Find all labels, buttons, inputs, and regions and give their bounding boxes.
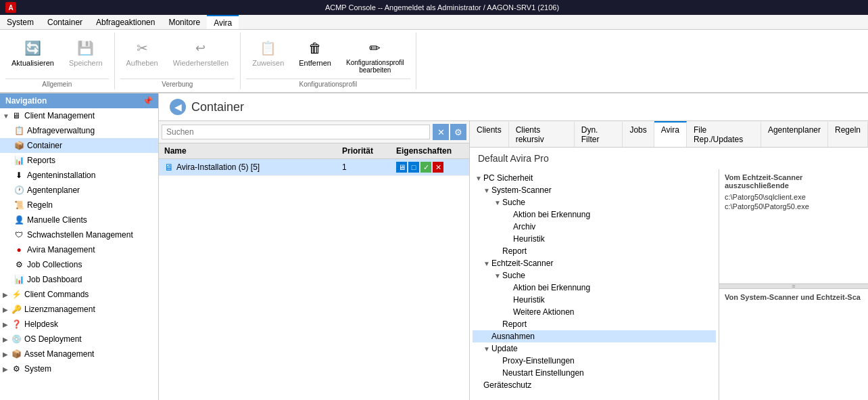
zuweisen-button[interactable]: 📋 Zuweisen — [246, 34, 290, 70]
tree-item-suche-2[interactable]: ▼ Suche — [473, 269, 716, 282]
col-header-priority[interactable]: Priorität — [342, 146, 396, 156]
search-bar: ✕ ⚙ — [159, 121, 469, 143]
aufheben-button[interactable]: ✂ Aufheben — [120, 34, 164, 70]
sidebar-item-asset-management[interactable]: ▶ 📦 Asset Management — [0, 347, 158, 361]
sidebar-item-job-collections[interactable]: ⚙ Job Collections — [0, 257, 158, 272]
col-header-props[interactable]: Eigenschaften — [396, 146, 464, 156]
sidebar-item-agentenplaner[interactable]: 🕐 Agentenplaner — [0, 183, 158, 198]
sidebar-item-client-commands[interactable]: ▶ ⚡ Client Commands — [0, 287, 158, 302]
nav-header: Navigation 📌 — [0, 93, 158, 108]
sidebar-item-os-deployment[interactable]: ▶ 💿 OS Deployment — [0, 332, 158, 347]
content-title: Container — [191, 100, 244, 114]
content-area: ◀ Container ✕ ⚙ Name Priorität Eigenscha… — [159, 93, 868, 400]
tab-clients-rekursiv[interactable]: Clients rekursiv — [509, 121, 575, 147]
menu-abfrageaktionen[interactable]: Abfrageaktionen — [89, 15, 162, 29]
sidebar-item-schwachstellen-management[interactable]: 🛡 Schwachstellen Management — [0, 227, 158, 242]
content-panels: ✕ ⚙ Name Priorität Eigenschaften 🖥 Avira… — [159, 121, 868, 400]
menu-container[interactable]: Container — [41, 15, 89, 29]
aktualisieren-button[interactable]: 🔄 Aktualisieren — [5, 34, 60, 70]
row-name: Avira-Installation (5) [5] — [176, 162, 260, 172]
system-scanner-panel: Von System-Scanner und Echtzeit-Sca — [719, 289, 868, 401]
echtzeit-item-1: c:\Patorg50\sqlclient.exe — [725, 192, 863, 202]
tab-file-rep-updates[interactable]: File Rep./Updates — [687, 121, 761, 147]
sidebar-item-avira-management[interactable]: ● Avira Management — [0, 242, 158, 257]
list-panel: ✕ ⚙ Name Priorität Eigenschaften 🖥 Avira… — [159, 121, 470, 400]
tree-item-system-scanner[interactable]: ▼ System-Scanner — [473, 184, 716, 196]
right-panels: Vom Echtzeit-Scanner auszuschließende c:… — [719, 169, 868, 400]
row-icon-monitor: 🖥 — [164, 162, 174, 173]
tab-agentenplaner[interactable]: Agentenplaner — [761, 121, 828, 147]
vererbung-label: Vererbung — [120, 79, 235, 88]
sidebar-item-reports[interactable]: 📊 Reports — [0, 153, 158, 168]
list-header: Name Priorität Eigenschaften — [159, 143, 469, 159]
sidebar: Navigation 📌 ▼ 🖥 Client Management 📋 Abf… — [0, 93, 159, 400]
wiederherstellen-button[interactable]: ↩ Wiederherstellen — [167, 34, 235, 70]
tree-item-proxy-einstellungen[interactable]: Proxy-Einstellungen — [473, 355, 716, 367]
detail-title: Default Avira Pro — [470, 148, 868, 169]
back-button[interactable]: ◀ — [170, 99, 186, 115]
tree-item-update[interactable]: ▼ Update — [473, 342, 716, 355]
tree-item-report-1[interactable]: Report — [473, 245, 716, 257]
search-clear-button[interactable]: ✕ — [433, 124, 449, 140]
sidebar-item-system[interactable]: ▶ ⚙ System — [0, 361, 158, 376]
menu-monitore[interactable]: Monitore — [162, 15, 207, 29]
tree-item-echtzeit-scanner[interactable]: ▼ Echtzeit-Scanner — [473, 257, 716, 269]
prop-icon-monitor: 🖥 — [396, 162, 407, 173]
sidebar-item-abfrageverwaltung[interactable]: 📋 Abfrageverwaltung — [0, 123, 158, 138]
konfigurationsprofil-label: Konfigurationsprofil — [246, 79, 410, 88]
ribbon-group-vererbung: ✂ Aufheben ↩ Wiederherstellen Vererbung — [115, 32, 241, 89]
detail-panel: Clients Clients rekursiv Dyn. Filter Job… — [470, 121, 868, 400]
sidebar-item-regeln[interactable]: 📜 Regeln — [0, 198, 158, 213]
tab-regeln[interactable]: Regeln — [828, 121, 868, 147]
tab-clients[interactable]: Clients — [470, 121, 509, 147]
col-header-name[interactable]: Name — [164, 146, 342, 156]
list-row[interactable]: 🖥 Avira-Installation (5) [5] 1 🖥 □ ✓ ✕ — [159, 159, 469, 176]
tab-dyn-filter[interactable]: Dyn. Filter — [575, 121, 623, 147]
entfernen-button[interactable]: 🗑 Entfernen — [293, 34, 337, 70]
pin-icon[interactable]: 📌 — [143, 96, 153, 106]
content-header: ◀ Container — [159, 93, 868, 121]
tabs-bar: Clients Clients rekursiv Dyn. Filter Job… — [470, 121, 868, 148]
tree-item-heuristik-1[interactable]: Heuristik — [473, 233, 716, 245]
tree-item-ausnahmen[interactable]: Ausnahmen — [473, 330, 716, 342]
ribbon: 🔄 Aktualisieren 💾 Speichern Allgemein ✂ … — [0, 30, 868, 93]
echtzeit-scanner-panel: Vom Echtzeit-Scanner auszuschließende c:… — [719, 169, 868, 284]
tree-item-gerateschutz[interactable]: Geräteschutz — [473, 379, 716, 391]
app-title: ACMP Console -- Angemeldet als Administr… — [22, 3, 863, 12]
speichern-button[interactable]: 💾 Speichern — [63, 34, 109, 70]
panel-splitter[interactable]: ≡ — [719, 284, 868, 289]
search-options-button[interactable]: ⚙ — [450, 124, 466, 140]
tree-item-pc-sicherheit[interactable]: ▼ PC Sicherheit — [473, 172, 716, 184]
search-input[interactable] — [162, 125, 430, 139]
prop-icon-remove: ✕ — [433, 162, 443, 173]
main-area: Navigation 📌 ▼ 🖥 Client Management 📋 Abf… — [0, 93, 868, 400]
row-priority: 1 — [342, 162, 396, 172]
row-props: 🖥 □ ✓ ✕ — [396, 162, 464, 173]
sidebar-item-helpdesk[interactable]: ▶ ❓ Helpdesk — [0, 317, 158, 332]
tab-avira[interactable]: Avira — [654, 121, 687, 147]
tree-item-report-2[interactable]: Report — [473, 318, 716, 330]
app-icon: A — [5, 2, 16, 13]
nav-title: Navigation — [5, 96, 47, 106]
tree-item-aktion-bei-erkennung-2[interactable]: Aktion bei Erkennung — [473, 282, 716, 294]
tab-jobs[interactable]: Jobs — [623, 121, 654, 147]
echtzeit-scanner-label: Vom Echtzeit-Scanner auszuschließende — [725, 173, 863, 190]
sidebar-item-manuelle-clients[interactable]: 👤 Manuelle Clients — [0, 213, 158, 227]
prop-icon-check: □ — [408, 162, 419, 173]
sidebar-item-job-dashboard[interactable]: 📊 Job Dashboard — [0, 272, 158, 287]
sidebar-item-lizenzmanagement[interactable]: ▶ 🔑 Lizenzmanagement — [0, 302, 158, 317]
menu-system[interactable]: System — [0, 15, 41, 29]
tree-item-neustart-einstellungen[interactable]: Neustart Einstellungen — [473, 367, 716, 379]
tree-item-suche-1[interactable]: ▼ Suche — [473, 196, 716, 208]
tree-item-heuristik-2[interactable]: Heuristik — [473, 294, 716, 306]
tree-item-aktion-bei-erkennung-1[interactable]: Aktion bei Erkennung — [473, 208, 716, 221]
menu-avira[interactable]: Avira — [207, 15, 239, 29]
sidebar-item-client-management[interactable]: ▼ 🖥 Client Management — [0, 108, 158, 123]
ribbon-group-konfigurationsprofil: 📋 Zuweisen 🗑 Entfernen ✏ Konfigurationsp… — [241, 32, 416, 89]
sidebar-item-agenteninstallation[interactable]: ⬇ Agenteninstallation — [0, 168, 158, 183]
konfigurationsprofil-bearbeiten-button[interactable]: ✏ Konfigurationsprofil bearbeiten — [340, 34, 410, 77]
tree-item-archiv[interactable]: Archiv — [473, 221, 716, 233]
sidebar-item-container[interactable]: 📦 Container — [0, 138, 158, 153]
tree-item-weitere-aktionen[interactable]: Weitere Aktionen — [473, 306, 716, 318]
allgemein-label: Allgemein — [5, 79, 109, 88]
